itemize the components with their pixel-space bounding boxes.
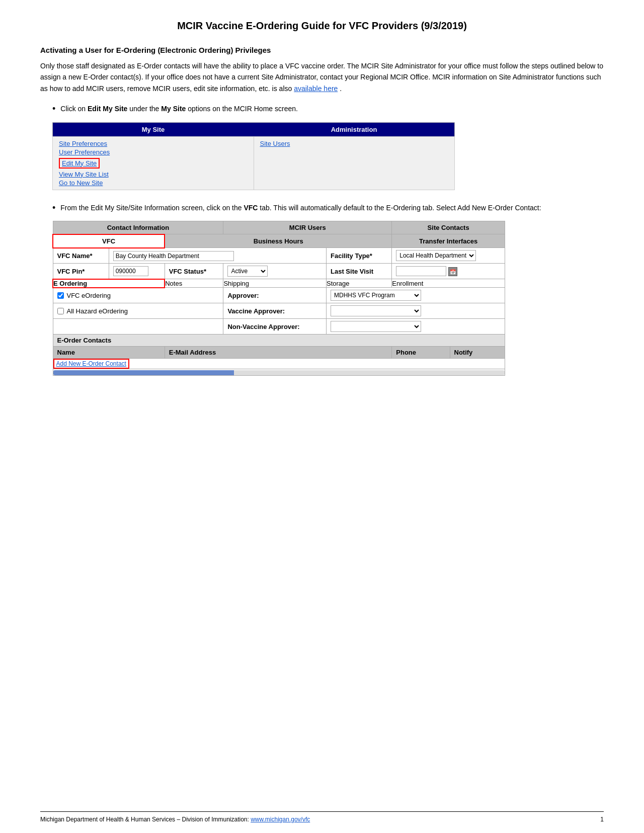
eorder-contacts-col-headers-row: Name E-Mail Address Phone Notify [53,347,505,359]
approver-label-cell: Approver: [223,288,327,303]
add-eorder-contact-cell: Add New E-Order Contact [53,359,505,369]
site-preferences-link[interactable]: Site Preferences [59,140,248,147]
body-paragraph: Only those staff designated as E-Order c… [40,60,604,94]
main-tabs-row: Contact Information MCIR Users Site Cont… [53,221,505,234]
my-site-links-cell: Site Preferences User Preferences Edit M… [53,136,254,190]
vaccine-approver-label-cell: Vaccine Approver: [223,303,327,319]
bullet-list: • Click on Edit My Site under the My Sit… [52,103,604,376]
approver-select[interactable]: MDHHS VFC Program [331,290,421,301]
non-vaccine-approver-row: Non-Vaccine Approver: [53,319,505,335]
sub-tabs-row: VFC Business Hours Transfer Interfaces [53,234,505,248]
scrollbar-row [53,369,505,376]
section-heading: Activating a User for E-Ordering (Electr… [40,46,604,54]
footer-link[interactable]: www.michigan.gov/vfc [251,816,310,823]
name-col-header: Name [53,347,165,359]
vfc-pin-input[interactable] [113,266,148,276]
bullet1-end: options on the MCIR Home screen. [188,105,298,113]
all-hazard-checkbox-group: All Hazard eOrdering [57,307,219,315]
bullet1-mid: under the [129,105,159,113]
bullet-item-1: • Click on Edit My Site under the My Sit… [52,103,604,115]
vfc-tab-bold: VFC [244,204,258,212]
bullet2-end: tab. This will automatically default to … [260,204,541,212]
facility-type-select[interactable]: Local Health Department [396,250,476,261]
last-site-visit-input[interactable] [396,266,446,276]
non-vaccine-approver-value-cell [327,319,505,335]
administration-col-header: Administration [254,122,455,136]
go-to-new-site-link[interactable]: Go to New Site [59,179,248,187]
facility-type-value-cell: Local Health Department [392,248,505,264]
edit-my-site-link[interactable]: Edit My Site [59,158,100,169]
vfc-pin-row: VFC Pin* VFC Status* Active Last Site Vi… [53,264,505,279]
calendar-icon[interactable]: 📅 [448,267,457,276]
site-contacts-tab[interactable]: Site Contacts [392,221,505,234]
vfc-name-label: VFC Name* [53,248,109,264]
vfc-sub-tab[interactable]: VFC [53,234,165,248]
my-site-navigation-table: My Site Administration Site Preferences … [52,122,455,190]
available-here-link[interactable]: available here [294,85,338,93]
vaccine-approver-select[interactable] [331,305,421,316]
administration-links-cell: Site Users [254,136,455,190]
storage-tab[interactable]: Storage [327,279,392,288]
bullet2-pre: From the Edit My Site/Site Information s… [60,204,242,212]
vaccine-approver-value-cell [327,303,505,319]
vfc-pin-value-cell [109,264,165,279]
add-new-eorder-contact-link[interactable]: Add New E-Order Contact [53,359,129,369]
vfc-eordering-label: VFC eOrdering [67,292,111,299]
notify-col-header: Notify [450,347,505,359]
contact-info-tab[interactable]: Contact Information [53,221,223,234]
footer-text: Michigan Department of Health & Human Se… [40,816,310,823]
bullet-item-2: • From the Edit My Site/Site Information… [52,202,604,214]
e-ordering-tab[interactable]: E Ordering [53,279,165,288]
vfc-eordering-checkbox-group: VFC eOrdering [57,292,219,299]
vfc-status-select[interactable]: Active [227,266,268,277]
vfc-status-value-cell: Active [223,264,327,279]
my-site-bold: My Site [161,105,186,113]
bullet-2-text: From the Edit My Site/Site Information s… [60,202,541,213]
phone-col-header: Phone [392,347,450,359]
non-vaccine-approver-select[interactable] [331,321,421,332]
shipping-tab[interactable]: Shipping [223,279,327,288]
all-hazard-cell: All Hazard eOrdering [53,303,223,319]
my-site-col-header: My Site [53,122,254,136]
view-my-site-list-link[interactable]: View My Site List [59,171,248,178]
non-vaccine-approver-label-cell: Non-Vaccine Approver: [223,319,327,335]
page-number: 1 [600,816,604,823]
bullet-dot-2: • [52,202,55,214]
facility-type-label: Facility Type* [327,248,392,264]
bullet-1-text: Click on Edit My Site under the My Site … [60,103,298,114]
vfc-info-table: Contact Information MCIR Users Site Cont… [52,221,505,376]
approver-value-cell: MDHHS VFC Program [327,288,505,303]
body-text-end: . [340,85,342,93]
mcir-users-tab[interactable]: MCIR Users [223,221,392,234]
scrollbar-cell [53,369,505,376]
email-col-header: E-Mail Address [165,347,392,359]
eorder-contacts-header: E-Order Contacts [53,335,505,347]
bullet-dot-1: • [52,103,55,115]
vfc-eordering-cell: VFC eOrdering [53,288,223,303]
last-site-visit-cell: 📅 [392,264,505,279]
vfc-name-value-cell [109,248,326,264]
vfc-name-input[interactable] [113,251,234,261]
non-vaccine-approver-empty-cell [53,319,223,335]
enrollment-tab[interactable]: Enrollment [392,279,505,288]
business-hours-sub-tab[interactable]: Business Hours [165,234,392,248]
vfc-eordering-row: VFC eOrdering Approver: MDHHS VFC Progra… [53,288,505,303]
edit-my-site-bold: Edit My Site [88,105,127,113]
transfer-interfaces-sub-tab[interactable]: Transfer Interfaces [392,234,505,248]
add-eorder-contact-row: Add New E-Order Contact [53,359,505,369]
eorder-contacts-header-row: E-Order Contacts [53,335,505,347]
vfc-eordering-checkbox[interactable] [57,292,64,299]
bullet1-pre: Click on [60,105,86,113]
user-preferences-link[interactable]: User Preferences [59,148,248,156]
notes-tab[interactable]: Notes [165,279,223,288]
site-users-link[interactable]: Site Users [260,140,449,147]
page-title: MCIR Vaccine E-Ordering Guide for VFC Pr… [40,20,604,32]
horizontal-scrollbar[interactable] [53,370,505,375]
page-footer: Michigan Department of Health & Human Se… [40,811,604,823]
vfc-pin-label: VFC Pin* [53,264,109,279]
last-site-visit-label: Last Site Visit [327,264,392,279]
all-hazard-label: All Hazard eOrdering [67,307,128,315]
vfc-status-label: VFC Status* [165,264,223,279]
all-hazard-checkbox[interactable] [57,308,64,314]
eorder-tabs-row: E Ordering Notes Shipping Storage Enroll… [53,279,505,288]
